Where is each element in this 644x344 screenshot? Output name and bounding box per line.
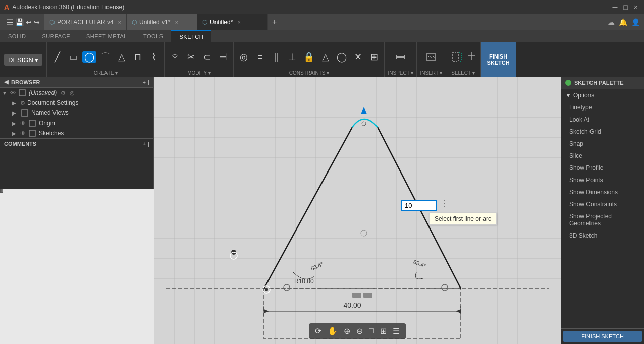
svg-point-19 [362, 122, 366, 126]
browser-sketches-item[interactable]: ▶ 👁 Sketches [0, 128, 153, 138]
browser-named-views-item[interactable]: ▶ Named Views [0, 108, 153, 118]
tab-label: PORTACELULAR v4 [57, 19, 114, 26]
palette-sketch-grid[interactable]: Sketch Grid [561, 126, 644, 138]
svg-marker-15 [456, 309, 461, 313]
eye-icon[interactable]: 👁 [20, 130, 26, 136]
section-tab-surface[interactable]: SURFACE [34, 30, 78, 42]
settings-icon[interactable]: ⚙ [61, 90, 66, 96]
palette-snap[interactable]: Snap [561, 138, 644, 150]
insert-section: INSERT ▾ [417, 42, 446, 77]
tab-close-icon[interactable]: × [175, 19, 178, 25]
dimension-input[interactable] [401, 200, 437, 211]
palette-options-header[interactable]: ▼ Options [561, 89, 644, 101]
measure-button[interactable] [393, 50, 408, 64]
lock-constraint-button[interactable]: 🔒 [301, 51, 316, 63]
line-tool-button[interactable]: ╱ [50, 51, 64, 63]
palette-look-at[interactable]: Look At [561, 113, 644, 126]
close-button[interactable]: × [632, 3, 640, 11]
cursor-icon [466, 50, 477, 63]
browser-add-button[interactable]: + [142, 79, 145, 85]
tab-untitled-v1[interactable]: ⬡ Untitled v1* × [127, 14, 197, 30]
notifications-icon[interactable]: 🔔 [619, 18, 627, 26]
palette-3d-sketch[interactable]: 3D Sketch [561, 230, 644, 242]
insert-image-button[interactable] [423, 50, 439, 64]
options-label: Options [573, 92, 594, 99]
zoom-out-button[interactable]: ⊖ [354, 325, 365, 337]
context-menu-button[interactable]: ⋮ [441, 199, 449, 208]
collinear-constraint-button[interactable]: = [253, 51, 267, 63]
app-title: Autodesk Fusion 360 (Education License) [12, 4, 124, 11]
svg-text:63.4°: 63.4° [412, 259, 426, 269]
browser-panel-close[interactable]: | [148, 79, 149, 85]
section-tab-sketch[interactable]: SKETCH [171, 30, 211, 42]
tangent-constraint-button[interactable]: △ [318, 51, 333, 63]
tab-close-icon[interactable]: × [118, 19, 121, 25]
zoom-in-button[interactable]: ⊕ [342, 325, 352, 337]
circle-tool-button[interactable]: ◯ [82, 51, 96, 63]
palette-show-dimensions[interactable]: Show Dimensions [561, 186, 644, 198]
finish-sketch-button[interactable]: FINISHSKETCH [487, 53, 510, 66]
fillet-tool-button[interactable]: ⌔ [168, 51, 182, 63]
minimize-button[interactable]: ─ [610, 3, 619, 11]
browser-resize-handle[interactable]: ⠿ [0, 189, 3, 193]
profile-icon[interactable]: 👤 [631, 18, 640, 26]
app-menu-button[interactable]: ☰ [6, 18, 13, 27]
browser-content: ▼ 👁 (Unsaved) ⚙ ◎ ▶ ⚙ Document Settings … [0, 88, 153, 138]
tab-untitled[interactable]: ⬡ Untitled* × [197, 14, 268, 30]
new-tab-button[interactable]: + [268, 14, 281, 30]
browser-collapse-icon[interactable]: ◀ [4, 79, 8, 85]
browser-origin-item[interactable]: ▶ 👁 Origin [0, 118, 153, 128]
palette-show-projected[interactable]: Show Projected Geometries [561, 210, 644, 230]
mirror-tool-button[interactable]: ⊣ [216, 51, 230, 63]
svg-line-17 [264, 127, 352, 289]
parallel-constraint-button[interactable]: ∥ [269, 51, 283, 63]
palette-show-points[interactable]: Show Points [561, 174, 644, 186]
maximize-button[interactable]: □ [621, 3, 629, 11]
eye-icon[interactable]: 👁 [10, 90, 16, 96]
orbit-button[interactable]: ⟳ [313, 325, 324, 337]
finish-sketch-palette-button[interactable]: FINISH SKETCH [563, 331, 642, 342]
palette-show-profile[interactable]: Show Profile [561, 162, 644, 174]
tab-close-icon[interactable]: × [237, 19, 240, 25]
coincident-constraint-button[interactable]: ◎ [237, 51, 251, 63]
browser-root-item[interactable]: ▼ 👁 (Unsaved) ⚙ ◎ [0, 88, 153, 98]
symmetric-constraint-button[interactable]: ◯ [335, 51, 349, 63]
redo-button[interactable]: ↪ [34, 18, 40, 26]
fit-view-button[interactable]: □ [367, 325, 376, 337]
palette-show-constraints[interactable]: Show Constraints [561, 198, 644, 210]
save-button[interactable]: 💾 [15, 18, 24, 26]
modify-section: ⌔ ✂ ⊂ ⊣ MODIFY ▾ [165, 42, 234, 77]
palette-slice[interactable]: Slice [561, 150, 644, 162]
section-tab-sheetmetal[interactable]: SHEET METAL [78, 30, 135, 42]
undo-button[interactable]: ↩ [26, 18, 32, 26]
offset-tool-button[interactable]: ⊂ [200, 51, 214, 63]
grid-options-button[interactable]: ☰ [391, 325, 402, 337]
eye-icon[interactable]: 👁 [20, 120, 26, 126]
polygon-tool-button[interactable]: △ [115, 51, 129, 63]
expand-arrow-icon: ▶ [12, 100, 18, 106]
slot-tool-button[interactable]: ⊓ [131, 51, 145, 63]
tooltip-box: Select first line or arc [429, 213, 497, 225]
cloud-sync-icon[interactable]: ☁ [608, 18, 615, 26]
palette-linetype[interactable]: Linetype [561, 101, 644, 113]
fix-constraint-button[interactable]: ✕ [351, 51, 365, 63]
arc-tool-button[interactable]: ⌒ [98, 51, 113, 63]
canvas-area[interactable]: 40.00 63.4° 63.4° R10.00 [154, 77, 561, 344]
add-comment-button[interactable]: + [142, 141, 145, 147]
tab-portacelular[interactable]: ⬡ PORTACELULAR v4 × [44, 14, 127, 30]
comments-panel-close[interactable]: | [148, 141, 149, 147]
section-tab-tools[interactable]: TOOLS [135, 30, 172, 42]
browser-doc-settings-item[interactable]: ▶ ⚙ Document Settings [0, 98, 153, 108]
svg-marker-14 [264, 309, 269, 313]
section-tab-solid[interactable]: SOLID [0, 30, 34, 42]
pan-button[interactable]: ✋ [326, 325, 340, 337]
design-dropdown[interactable]: DESIGN ▾ [4, 54, 42, 66]
spline-tool-button[interactable]: ⌇ [147, 51, 161, 63]
perpendicular-constraint-button[interactable]: ⊥ [285, 51, 299, 63]
display-mode-button[interactable]: ⊞ [378, 325, 389, 337]
select-filter-button[interactable] [449, 50, 464, 64]
trim-tool-button[interactable]: ✂ [184, 51, 198, 63]
rectangle-tool-button[interactable]: ▭ [66, 51, 80, 63]
block-constraint-button[interactable]: ⊞ [367, 51, 381, 63]
tab-label: Untitled* [210, 19, 233, 26]
